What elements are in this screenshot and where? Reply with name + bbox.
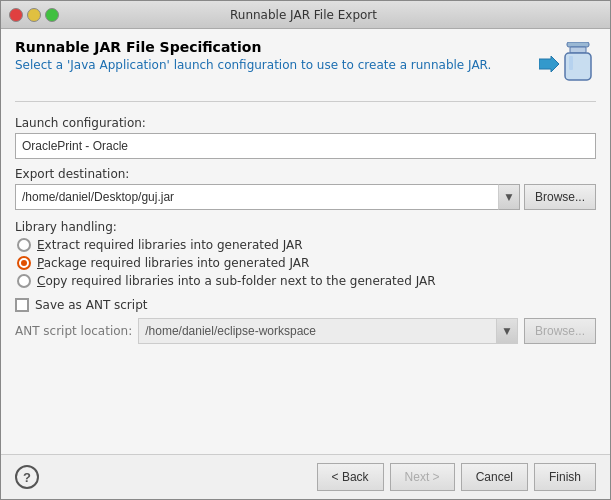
svg-rect-4 [569, 56, 573, 70]
radio-package-label: Package required libraries into generate… [37, 256, 309, 270]
export-dest-browse-button[interactable]: Browse... [524, 184, 596, 210]
ant-location-dropdown[interactable]: ▼ [496, 318, 518, 344]
ant-location-input[interactable] [138, 318, 518, 344]
cancel-button[interactable]: Cancel [461, 463, 528, 491]
radio-extract-label: Extract required libraries into generate… [37, 238, 303, 252]
radio-copy[interactable]: Copy required libraries into a sub-folde… [17, 274, 596, 288]
footer-left: ? [15, 465, 39, 489]
export-dest-label: Export destination: [15, 167, 596, 181]
radio-copy-circle[interactable] [17, 274, 31, 288]
finish-button[interactable]: Finish [534, 463, 596, 491]
jar-icon-area [536, 39, 596, 89]
dialog-footer: ? < Back Next > Cancel Finish [1, 454, 610, 499]
ant-script-row: Save as ANT script [15, 298, 596, 312]
ant-browse-button[interactable]: Browse... [524, 318, 596, 344]
radio-extract-circle[interactable] [17, 238, 31, 252]
help-button[interactable]: ? [15, 465, 39, 489]
ant-location-combo: ▼ [138, 318, 518, 344]
dialog-content: Runnable JAR File Specification Select a… [1, 29, 610, 454]
export-dest-dropdown[interactable]: ▼ [498, 184, 520, 210]
arrow-icon [539, 54, 559, 74]
launch-config-input[interactable] [15, 133, 596, 159]
library-handling-label: Library handling: [15, 220, 596, 234]
svg-rect-3 [565, 53, 591, 80]
ant-location-label: ANT script location: [15, 324, 132, 338]
jar-graphic [563, 42, 593, 82]
page-title: Runnable JAR File Specification [15, 39, 536, 55]
radio-extract[interactable]: Extract required libraries into generate… [17, 238, 596, 252]
svg-rect-2 [570, 47, 586, 53]
ant-script-checkbox[interactable] [15, 298, 29, 312]
export-dest-row: ▼ Browse... [15, 184, 596, 210]
ant-script-label: Save as ANT script [35, 298, 147, 312]
library-handling-group: Extract required libraries into generate… [17, 238, 596, 288]
radio-copy-label: Copy required libraries into a sub-folde… [37, 274, 436, 288]
header-text: Runnable JAR File Specification Select a… [15, 39, 536, 72]
main-window: Runnable JAR File Export Runnable JAR Fi… [0, 0, 611, 500]
launch-config-label: Launch configuration: [15, 116, 596, 130]
next-button[interactable]: Next > [390, 463, 455, 491]
window-title: Runnable JAR File Export [5, 8, 602, 22]
svg-marker-0 [539, 56, 559, 72]
footer-right: < Back Next > Cancel Finish [317, 463, 596, 491]
export-dest-combo: ▼ [15, 184, 520, 210]
header-section: Runnable JAR File Specification Select a… [15, 39, 596, 89]
titlebar: Runnable JAR File Export [1, 1, 610, 29]
radio-package-circle[interactable] [17, 256, 31, 270]
ant-location-row: ANT script location: ▼ Browse... [15, 318, 596, 344]
page-subtitle: Select a 'Java Application' launch confi… [15, 58, 536, 72]
radio-package[interactable]: Package required libraries into generate… [17, 256, 596, 270]
header-divider [15, 101, 596, 102]
svg-rect-1 [567, 42, 589, 47]
export-dest-input[interactable] [15, 184, 520, 210]
back-button[interactable]: < Back [317, 463, 384, 491]
